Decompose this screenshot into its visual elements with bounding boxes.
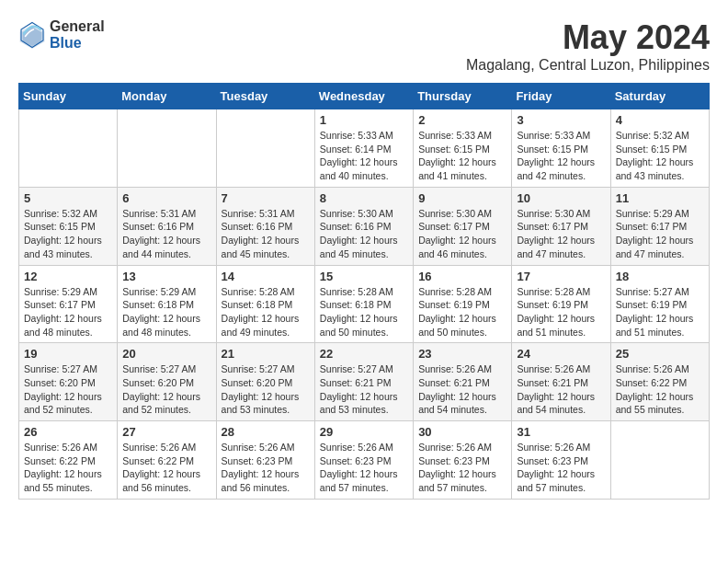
- calendar-day-cell: 29Sunrise: 5:26 AM Sunset: 6:23 PM Dayli…: [314, 421, 413, 500]
- day-info: Sunrise: 5:27 AM Sunset: 6:20 PM Dayligh…: [24, 362, 112, 417]
- day-info: Sunrise: 5:26 AM Sunset: 6:22 PM Dayligh…: [24, 441, 112, 495]
- logo-text: General Blue: [50, 18, 105, 51]
- day-number: 6: [122, 191, 210, 205]
- calendar-day-cell: [19, 109, 118, 188]
- weekday-header-monday: Monday: [118, 84, 216, 109]
- calendar-table: SundayMondayTuesdayWednesdayThursdayFrid…: [18, 83, 710, 500]
- calendar-day-cell: 11Sunrise: 5:29 AM Sunset: 6:17 PM Dayli…: [610, 187, 709, 265]
- weekday-header-saturday: Saturday: [610, 84, 709, 109]
- day-number: 8: [320, 191, 408, 205]
- location-title: Magalang, Central Luzon, Philippines: [466, 57, 710, 74]
- calendar-day-cell: 17Sunrise: 5:28 AM Sunset: 6:19 PM Dayli…: [512, 265, 610, 343]
- day-info: Sunrise: 5:32 AM Sunset: 6:15 PM Dayligh…: [24, 207, 112, 261]
- day-number: 9: [418, 191, 506, 205]
- day-info: Sunrise: 5:27 AM Sunset: 6:19 PM Dayligh…: [616, 285, 704, 339]
- day-info: Sunrise: 5:26 AM Sunset: 6:23 PM Dayligh…: [222, 441, 310, 495]
- day-info: Sunrise: 5:26 AM Sunset: 6:22 PM Dayligh…: [616, 362, 704, 417]
- month-title: May 2024: [466, 18, 710, 57]
- day-number: 20: [122, 347, 210, 361]
- title-block: May 2024 Magalang, Central Luzon, Philip…: [466, 18, 710, 74]
- calendar-day-cell: 5Sunrise: 5:32 AM Sunset: 6:15 PM Daylig…: [19, 187, 118, 265]
- calendar-day-cell: 20Sunrise: 5:27 AM Sunset: 6:20 PM Dayli…: [118, 343, 216, 421]
- calendar-day-cell: 12Sunrise: 5:29 AM Sunset: 6:17 PM Dayli…: [19, 265, 118, 343]
- weekday-header-friday: Friday: [512, 84, 610, 109]
- day-number: 1: [320, 113, 408, 127]
- calendar-day-cell: 26Sunrise: 5:26 AM Sunset: 6:22 PM Dayli…: [19, 421, 118, 500]
- calendar-day-cell: 8Sunrise: 5:30 AM Sunset: 6:16 PM Daylig…: [314, 187, 413, 265]
- day-info: Sunrise: 5:29 AM Sunset: 6:17 PM Dayligh…: [24, 285, 112, 339]
- calendar-day-cell: 18Sunrise: 5:27 AM Sunset: 6:19 PM Dayli…: [610, 265, 709, 343]
- day-number: 15: [320, 270, 408, 283]
- day-number: 2: [418, 113, 506, 127]
- day-number: 17: [517, 270, 605, 283]
- day-number: 11: [616, 191, 704, 205]
- day-number: 18: [616, 270, 704, 283]
- logo-blue-text: Blue: [50, 35, 105, 52]
- weekday-header-row: SundayMondayTuesdayWednesdayThursdayFrid…: [19, 84, 710, 109]
- day-number: 27: [122, 425, 210, 439]
- day-info: Sunrise: 5:33 AM Sunset: 6:15 PM Dayligh…: [517, 129, 605, 183]
- weekday-header-sunday: Sunday: [19, 84, 118, 109]
- day-number: 19: [24, 347, 112, 361]
- day-info: Sunrise: 5:30 AM Sunset: 6:16 PM Dayligh…: [320, 207, 408, 261]
- weekday-header-thursday: Thursday: [414, 84, 512, 109]
- day-info: Sunrise: 5:26 AM Sunset: 6:23 PM Dayligh…: [418, 441, 506, 495]
- calendar-day-cell: 23Sunrise: 5:26 AM Sunset: 6:21 PM Dayli…: [414, 343, 512, 421]
- calendar-week-row: 26Sunrise: 5:26 AM Sunset: 6:22 PM Dayli…: [19, 421, 710, 500]
- weekday-header-tuesday: Tuesday: [216, 84, 314, 109]
- day-number: 29: [320, 425, 408, 439]
- day-number: 13: [122, 270, 210, 283]
- calendar-day-cell: 25Sunrise: 5:26 AM Sunset: 6:22 PM Dayli…: [610, 343, 709, 421]
- day-number: 3: [517, 113, 605, 127]
- calendar-day-cell: 3Sunrise: 5:33 AM Sunset: 6:15 PM Daylig…: [512, 109, 610, 188]
- calendar-day-cell: 16Sunrise: 5:28 AM Sunset: 6:19 PM Dayli…: [414, 265, 512, 343]
- calendar-week-row: 12Sunrise: 5:29 AM Sunset: 6:17 PM Dayli…: [19, 265, 710, 343]
- calendar-day-cell: 4Sunrise: 5:32 AM Sunset: 6:15 PM Daylig…: [610, 109, 709, 188]
- calendar-day-cell: 7Sunrise: 5:31 AM Sunset: 6:16 PM Daylig…: [216, 187, 314, 265]
- day-info: Sunrise: 5:26 AM Sunset: 6:21 PM Dayligh…: [418, 362, 506, 417]
- day-number: 28: [222, 425, 310, 439]
- day-info: Sunrise: 5:29 AM Sunset: 6:17 PM Dayligh…: [616, 207, 704, 261]
- calendar-day-cell: 14Sunrise: 5:28 AM Sunset: 6:18 PM Dayli…: [216, 265, 314, 343]
- day-number: 7: [222, 191, 310, 205]
- calendar-day-cell: 30Sunrise: 5:26 AM Sunset: 6:23 PM Dayli…: [414, 421, 512, 500]
- day-info: Sunrise: 5:26 AM Sunset: 6:22 PM Dayligh…: [122, 441, 210, 495]
- day-number: 25: [616, 347, 704, 361]
- day-info: Sunrise: 5:28 AM Sunset: 6:19 PM Dayligh…: [517, 285, 605, 339]
- calendar-day-cell: [118, 109, 216, 188]
- day-info: Sunrise: 5:28 AM Sunset: 6:18 PM Dayligh…: [222, 285, 310, 339]
- logo[interactable]: General Blue: [18, 18, 105, 51]
- day-number: 30: [418, 425, 506, 439]
- day-info: Sunrise: 5:31 AM Sunset: 6:16 PM Dayligh…: [222, 207, 310, 261]
- day-info: Sunrise: 5:28 AM Sunset: 6:18 PM Dayligh…: [320, 285, 408, 339]
- calendar-week-row: 5Sunrise: 5:32 AM Sunset: 6:15 PM Daylig…: [19, 187, 710, 265]
- day-number: 26: [24, 425, 112, 439]
- day-info: Sunrise: 5:27 AM Sunset: 6:21 PM Dayligh…: [320, 362, 408, 417]
- day-number: 12: [24, 270, 112, 283]
- day-number: 23: [418, 347, 506, 361]
- weekday-header-wednesday: Wednesday: [314, 84, 413, 109]
- day-info: Sunrise: 5:27 AM Sunset: 6:20 PM Dayligh…: [122, 362, 210, 417]
- calendar-day-cell: 2Sunrise: 5:33 AM Sunset: 6:15 PM Daylig…: [414, 109, 512, 188]
- day-info: Sunrise: 5:28 AM Sunset: 6:19 PM Dayligh…: [418, 285, 506, 339]
- calendar-day-cell: [610, 421, 709, 500]
- day-info: Sunrise: 5:33 AM Sunset: 6:15 PM Dayligh…: [418, 129, 506, 183]
- day-info: Sunrise: 5:32 AM Sunset: 6:15 PM Dayligh…: [616, 129, 704, 183]
- calendar-day-cell: 15Sunrise: 5:28 AM Sunset: 6:18 PM Dayli…: [314, 265, 413, 343]
- calendar-day-cell: 24Sunrise: 5:26 AM Sunset: 6:21 PM Dayli…: [512, 343, 610, 421]
- calendar-day-cell: 10Sunrise: 5:30 AM Sunset: 6:17 PM Dayli…: [512, 187, 610, 265]
- calendar-day-cell: [216, 109, 314, 188]
- day-number: 4: [616, 113, 704, 127]
- calendar-day-cell: 31Sunrise: 5:26 AM Sunset: 6:23 PM Dayli…: [512, 421, 610, 500]
- calendar-week-row: 19Sunrise: 5:27 AM Sunset: 6:20 PM Dayli…: [19, 343, 710, 421]
- page-header: General Blue May 2024 Magalang, Central …: [18, 18, 710, 74]
- calendar-day-cell: 13Sunrise: 5:29 AM Sunset: 6:18 PM Dayli…: [118, 265, 216, 343]
- day-info: Sunrise: 5:26 AM Sunset: 6:21 PM Dayligh…: [517, 362, 605, 417]
- day-info: Sunrise: 5:29 AM Sunset: 6:18 PM Dayligh…: [122, 285, 210, 339]
- day-info: Sunrise: 5:30 AM Sunset: 6:17 PM Dayligh…: [517, 207, 605, 261]
- day-info: Sunrise: 5:26 AM Sunset: 6:23 PM Dayligh…: [320, 441, 408, 495]
- day-number: 31: [517, 425, 605, 439]
- day-number: 21: [222, 347, 310, 361]
- day-number: 16: [418, 270, 506, 283]
- calendar-day-cell: 21Sunrise: 5:27 AM Sunset: 6:20 PM Dayli…: [216, 343, 314, 421]
